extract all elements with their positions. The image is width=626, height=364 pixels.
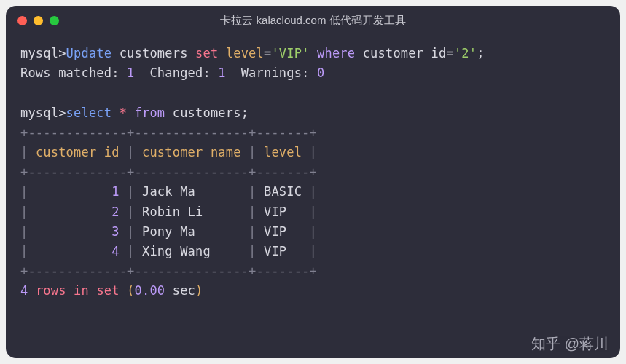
changed-val: 1: [218, 66, 225, 80]
col-customer-id: customer_id: [363, 46, 447, 60]
paren-open: (: [127, 283, 134, 298]
semicolon: ;: [477, 46, 484, 60]
summary-in: in: [74, 283, 89, 298]
terminal-content[interactable]: mysql>Update customers set level='VIP' w…: [6, 35, 620, 309]
rows-matched-label: Rows matched:: [20, 66, 120, 80]
table-border-mid: +-------------+---------------+-------+: [20, 165, 317, 179]
table-name2: customers: [173, 106, 241, 120]
val-vip: 'VIP': [271, 46, 309, 60]
minimize-icon[interactable]: [34, 16, 43, 25]
kw-set: set: [195, 46, 218, 60]
summary-time: 0.00: [135, 283, 165, 298]
row4-id: 4: [111, 244, 119, 258]
close-icon[interactable]: [17, 16, 27, 25]
eq: =: [264, 46, 271, 60]
row1-name: Jack Ma: [142, 184, 241, 199]
watermark: 知乎 @蒋川: [531, 334, 609, 354]
changed-label: Changed:: [149, 66, 210, 80]
warnings-label: Warnings:: [241, 66, 310, 80]
summary-rows: rows: [36, 283, 66, 298]
row1-level: BASIC: [264, 184, 302, 199]
summary-count: 4: [20, 283, 28, 298]
header-customer-id: customer_id: [36, 145, 120, 159]
maximize-icon[interactable]: [50, 16, 59, 25]
table-border-top: +-------------+---------------+-------+: [20, 125, 317, 140]
col-level: level: [226, 46, 264, 60]
summary-sec: sec: [173, 283, 195, 298]
row4-name: Xing Wang: [142, 244, 241, 258]
row2-name: Robin Li: [142, 205, 241, 219]
warnings-val: 0: [317, 66, 324, 80]
row4-level: VIP: [264, 244, 302, 258]
kw-from: from: [135, 106, 165, 120]
header-customer-name: customer_name: [142, 145, 241, 159]
kw-star: *: [120, 106, 127, 120]
titlebar: 卡拉云 kalacloud.com 低代码开发工具: [6, 6, 620, 35]
terminal-window: 卡拉云 kalacloud.com 低代码开发工具 mysql>Update c…: [6, 6, 620, 358]
semicolon2: ;: [241, 106, 249, 120]
val-2: '2': [454, 46, 477, 60]
pipe: |: [20, 145, 28, 159]
row1-id: 1: [111, 184, 119, 199]
row3-name: Pony Ma: [142, 224, 241, 239]
table-border-bot: +-------------+---------------+-------+: [20, 264, 317, 278]
eq2: =: [446, 46, 453, 60]
table-name: customers: [120, 46, 188, 60]
kw-select: select: [66, 106, 112, 120]
window-title: 卡拉云 kalacloud.com 低代码开发工具: [6, 14, 620, 28]
kw-where: where: [317, 46, 355, 60]
row3-id: 3: [111, 224, 119, 239]
header-level: level: [264, 145, 302, 159]
row2-level: VIP: [264, 205, 302, 219]
prompt2: mysql>: [20, 106, 66, 120]
prompt: mysql>: [20, 46, 66, 60]
rows-matched-val: 1: [127, 66, 134, 80]
row2-id: 2: [111, 205, 119, 219]
paren-close: ): [195, 283, 203, 298]
summary-set: set: [96, 283, 119, 298]
kw-update: Update: [66, 46, 112, 60]
row3-level: VIP: [264, 224, 302, 239]
traffic-lights: [17, 16, 59, 25]
